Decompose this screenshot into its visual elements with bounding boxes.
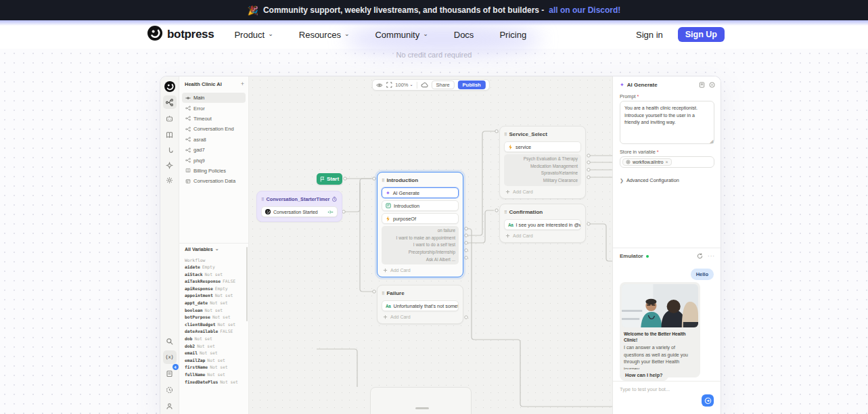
- agents-icon[interactable]: [163, 158, 177, 172]
- variable-row[interactable]: appointmentNot set: [185, 292, 243, 300]
- add-card-button[interactable]: Add Card: [382, 268, 459, 273]
- sidebar-scrollbar[interactable]: [246, 247, 248, 321]
- publish-button[interactable]: Publish: [458, 80, 486, 89]
- drag-handle-icon[interactable]: ⠿: [382, 292, 384, 296]
- variable-row[interactable]: dob2Not set: [185, 343, 243, 350]
- variable-row[interactable]: fixedDatePlusNot set: [185, 379, 243, 386]
- nav-item-product[interactable]: Product⌄: [234, 30, 273, 40]
- add-card-button[interactable]: Add Card: [504, 189, 581, 194]
- profile-icon[interactable]: [163, 399, 177, 413]
- add-card-button[interactable]: Add Card: [382, 315, 459, 319]
- zoom-level[interactable]: 100%⌄: [395, 82, 413, 88]
- transition-row[interactable]: Medication Management: [507, 163, 578, 170]
- purposeof-card[interactable]: purposeOf: [382, 213, 459, 224]
- failure-text-card[interactable]: Aa Unfortunately that's not somet...: [382, 300, 459, 311]
- transition-row[interactable]: Military Clearance: [507, 177, 578, 185]
- botpress-logo[interactable]: botpress: [147, 26, 214, 43]
- variable-row[interactable]: apiResponseEmpty: [185, 285, 243, 293]
- visibility-icon[interactable]: [375, 83, 382, 88]
- fit-view-icon[interactable]: [386, 82, 392, 88]
- drag-handle-icon[interactable]: ⠿: [504, 210, 507, 214]
- transition-row[interactable]: Spravato/Ketamine: [507, 170, 578, 177]
- sidebar-item-asra8[interactable]: asra8: [182, 135, 246, 145]
- start-node[interactable]: Start: [317, 173, 342, 185]
- ai-generate-card[interactable]: ✦ AI Generate: [382, 187, 459, 198]
- cloud-sync-icon[interactable]: [421, 83, 428, 88]
- all-variables-header[interactable]: All Variables⌄: [185, 247, 219, 252]
- sidebar-item-conversation-data[interactable]: Conversation Data: [182, 176, 246, 186]
- variable-row[interactable]: botPurposeNot set: [185, 314, 243, 321]
- sidebar-item-billing-policies[interactable]: Billing Policies: [182, 166, 246, 176]
- variable-row[interactable]: aiStackNot set: [185, 271, 243, 279]
- emulator-input[interactable]: [620, 386, 694, 392]
- sidebar-item-gad7[interactable]: gad7: [182, 145, 246, 155]
- history-icon[interactable]: [163, 383, 177, 396]
- drag-handle-icon[interactable]: ⠿: [382, 179, 384, 183]
- introduction-node[interactable]: ⠿ Introduction ✦ AI Generate Introductio…: [377, 172, 463, 277]
- variable-row[interactable]: dateAvailableFALSE: [185, 328, 243, 336]
- variables-icon[interactable]: {x}: [163, 350, 177, 364]
- prompt-textarea[interactable]: You are a health clinic receptionist. In…: [620, 101, 714, 144]
- variable-row[interactable]: aidateEmpty: [185, 264, 243, 271]
- confirmation-text-card[interactable]: Aa I see you are interested in @wo...: [504, 219, 581, 230]
- nav-item-docs[interactable]: Docs: [454, 30, 474, 40]
- nav-item-resources[interactable]: Resources⌄: [299, 30, 350, 40]
- store-variable-input[interactable]: workflow.aiIntro ×: [620, 156, 714, 168]
- variable-row[interactable]: booleanNot set: [185, 307, 243, 315]
- sign-up-button[interactable]: Sign Up: [678, 27, 725, 42]
- sidebar-item-error[interactable]: Error: [182, 103, 246, 113]
- bot-icon[interactable]: [163, 112, 177, 125]
- logs-icon[interactable]: 4: [163, 367, 177, 380]
- offscreen-node[interactable]: [370, 387, 472, 414]
- variable-row[interactable]: aiTaskResponseFALSE: [185, 278, 243, 285]
- variable-row[interactable]: dobNot set: [185, 336, 243, 343]
- trigger-node[interactable]: ⠿ Conversation_StarterTimer Conversation…: [256, 191, 342, 222]
- close-icon[interactable]: [709, 82, 715, 88]
- variable-row[interactable]: appt_dateNot set: [185, 300, 243, 307]
- failure-node[interactable]: ⠿ Failure Aa Unfortunately that's not so…: [377, 285, 463, 324]
- transition-row[interactable]: on failure: [385, 227, 455, 235]
- confirmation-node[interactable]: ⠿ Confirmation Aa I see you are interest…: [499, 204, 586, 243]
- settings-gear-icon[interactable]: [163, 173, 177, 187]
- drag-handle-icon[interactable]: ⠿: [504, 133, 507, 137]
- more-options-icon[interactable]: ···: [708, 255, 715, 258]
- discord-link[interactable]: all on our Discord!: [549, 5, 620, 15]
- sidebar-item-timeout[interactable]: Timeout: [182, 114, 246, 124]
- variable-tag[interactable]: workflow.aiIntro ×: [622, 158, 672, 166]
- sidebar-item-main[interactable]: Main: [182, 93, 246, 103]
- search-icon[interactable]: [163, 334, 177, 348]
- remove-tag-icon[interactable]: ×: [665, 160, 668, 164]
- send-button[interactable]: [702, 394, 714, 407]
- variable-row[interactable]: emailZapNot set: [185, 357, 243, 365]
- transition-row[interactable]: I want to make an appointment: [385, 235, 455, 242]
- hook-icon[interactable]: [163, 143, 177, 157]
- quick-reply-chip[interactable]: How can I help?: [620, 369, 668, 381]
- variable-row[interactable]: fullNameNot set: [185, 371, 243, 379]
- nav-item-community[interactable]: Community⌄: [375, 30, 428, 40]
- transition-row[interactable]: Preceptorship/Internship: [385, 249, 455, 256]
- variable-row[interactable]: emailNot set: [185, 350, 243, 357]
- drag-handle-icon[interactable]: ⠿: [261, 198, 264, 202]
- refresh-icon[interactable]: [697, 253, 703, 259]
- docs-icon[interactable]: [699, 82, 705, 88]
- add-card-button[interactable]: Add Card: [504, 233, 581, 238]
- knowledge-icon[interactable]: [163, 128, 177, 141]
- flow-canvas[interactable]: 100%⌄ Share Publish Start ⠿: [249, 76, 612, 414]
- conversation-started-card[interactable]: Conversation Started: [261, 206, 338, 217]
- service-card[interactable]: service: [504, 141, 581, 152]
- studio-logo-icon[interactable]: [163, 80, 177, 93]
- transition-row[interactable]: Ask AI Albert ...: [385, 256, 455, 264]
- sidebar-item-conversation-end[interactable]: Conversation End: [182, 124, 246, 134]
- share-button[interactable]: Share: [432, 80, 455, 89]
- transition-row[interactable]: Psych Evaluation & Therapy: [507, 156, 578, 163]
- nav-item-pricing[interactable]: Pricing: [499, 30, 526, 40]
- workflows-icon[interactable]: [163, 95, 177, 109]
- variable-row[interactable]: clientBudgetNot set: [185, 321, 243, 329]
- advanced-configuration[interactable]: ❯ Advanced Configuration: [620, 177, 679, 183]
- sign-in-link[interactable]: Sign in: [636, 30, 663, 40]
- introduction-card[interactable]: Introduction: [382, 200, 459, 211]
- variable-row[interactable]: firstNameNot set: [185, 364, 243, 371]
- service-select-node[interactable]: ⠿ Service_Select service Psych Evaluatio…: [499, 126, 586, 199]
- transition-row[interactable]: I want to do a self test: [385, 242, 455, 249]
- sidebar-item-phq9[interactable]: phq9: [182, 155, 246, 165]
